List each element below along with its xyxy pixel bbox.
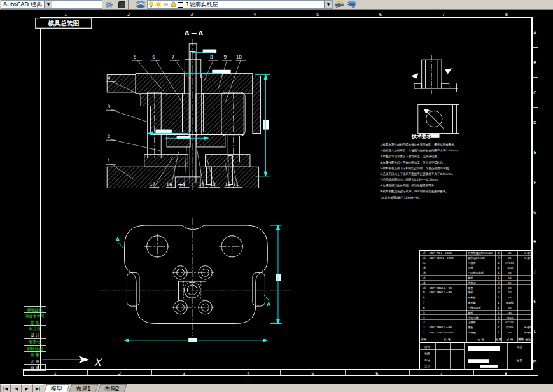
svg-text:垫板: 垫板: [468, 276, 473, 279]
svg-text:17: 17: [422, 251, 426, 255]
plan-section-marker-right: A: [267, 302, 270, 307]
zone-number-top: 1: [64, 12, 67, 17]
svg-text:12: 12: [422, 276, 426, 279]
part-balloon: 9: [224, 54, 227, 60]
svg-text:GB/T 2861.1—90: GB/T 2861.1—90: [429, 291, 452, 294]
svg-text:4: 4: [423, 316, 425, 319]
titleblock-left-label: 工艺: [424, 365, 430, 368]
workspace-combo[interactable]: AutoCAD 经典 ▼: [1, 0, 102, 9]
part-balloon: 3: [108, 104, 111, 109]
part-balloon: 15: [179, 181, 186, 187]
workspace-settings-button[interactable]: [103, 1, 115, 9]
tech-requirement-line: 5.卸料板在上模下行和回程运动时，与各凸模滑动平稳。: [380, 166, 451, 171]
zone-letter-right: D: [533, 120, 536, 125]
drawing-title-box[interactable]: 模具总装图: [36, 18, 92, 29]
bom-row: 5垫板1T8A: [423, 311, 512, 314]
prev-tab-button[interactable]: ◀: [11, 384, 22, 392]
bom-row: 9GB/T 2861.1—90导柱220: [423, 291, 512, 294]
tech-requirements-text: 1.模具各零件材料不得有裂纹夹渣等缺陷，硬度达图样要求。2.凸模压入上模座后，其…: [380, 143, 460, 199]
svg-text:2: 2: [498, 256, 500, 260]
plan-section-marker-left: A: [116, 237, 120, 243]
svg-text:凸凹模固定板: 凸凹模固定板: [468, 271, 484, 274]
svg-text:1: 1: [498, 321, 500, 324]
left-table-row-label: 设 计: [31, 333, 39, 337]
svg-text:导柱: 导柱: [468, 291, 473, 294]
zone-number-top: 5: [316, 12, 319, 17]
next-tab-button[interactable]: ▶: [22, 384, 32, 392]
bom-row: 7橡胶垫1聚氨酯: [423, 301, 514, 305]
part-balloon: 11: [233, 181, 239, 187]
chevron-down-icon[interactable]: ▼: [44, 1, 52, 8]
tech-requirement-line: 9.模具装配后应进行试冲，冲出制件应符合图样要求。: [380, 189, 448, 193]
zone-number-bottom: 5: [311, 371, 314, 376]
svg-text:1: 1: [498, 301, 500, 304]
part-balloon: 10: [236, 54, 242, 60]
svg-text:T10A: T10A: [506, 316, 514, 319]
zone-letter-right: E: [533, 150, 536, 155]
tech-requirement-line: 6.凸模刃口与上下模座平面的平行度误差不大于0.05mm。: [380, 172, 454, 176]
zone-letter-right: H: [533, 239, 536, 244]
tab-model[interactable]: 模型: [44, 384, 70, 392]
drawing-title-label: 模具总装图: [47, 20, 79, 27]
tech-requirement-line: 7.凸凹模间隙均匀，间隙为0.25——0.35mm。: [380, 178, 441, 182]
layer-combo[interactable]: 1轮廓实线层 ▼: [147, 0, 333, 9]
bom-row: 6凸模固定板145: [423, 306, 512, 309]
my-workspace-button[interactable]: [116, 1, 127, 9]
zone-number-bottom: 8: [505, 371, 507, 376]
plan-view-drawing: [99, 218, 292, 336]
svg-text:GB/T 70.1—2000: GB/T 70.1—2000: [429, 251, 452, 255]
layer-previous-button[interactable]: [346, 1, 358, 9]
autocad-window: AutoCAD 经典 ▼ 1轮廓实线层 ▼: [0, 0, 553, 392]
layer-properties-button[interactable]: [135, 1, 146, 9]
svg-text:1: 1: [498, 262, 500, 265]
svg-text:2: 2: [423, 326, 425, 329]
ucs-icon: X: [43, 356, 102, 368]
svg-text:1: 1: [498, 311, 500, 314]
bom-row: 2GB/T 2862.1—90模柄1Q235标准件: [423, 326, 532, 330]
sheet-frame: [23, 10, 538, 376]
bom-row: 10GB/T 2861.6—90导套220: [422, 286, 512, 290]
svg-text:2: 2: [498, 316, 500, 319]
titleblock-right-label: 比例: [517, 346, 522, 349]
left-table-row-label: 重 量: [30, 353, 39, 357]
tech-requirement-line: 8.各紧固螺钉连接牢固，销钉装配紧密可靠。: [380, 183, 437, 188]
tech-requirement-line: 2.凸模压入上模座后，其端面与垫板贴合间隙不大于0.05mm。: [380, 148, 460, 153]
svg-text:凹模: 凹模: [468, 266, 473, 269]
chevron-down-icon[interactable]: ▼: [324, 1, 332, 8]
svg-text:垫板: 垫板: [468, 311, 473, 314]
zone-number-top: 3: [190, 12, 193, 17]
bom-header-cell: 名 称: [477, 338, 484, 342]
svg-text:10: 10: [422, 286, 426, 290]
part-balloon: 1: [108, 158, 111, 164]
make-layer-current-button[interactable]: [333, 1, 345, 9]
svg-text:1: 1: [498, 331, 500, 334]
zone-number-top: 7: [442, 12, 445, 17]
svg-text:T8A: T8A: [507, 311, 512, 314]
bom-header-cell: 备注: [525, 338, 531, 342]
svg-text:8: 8: [423, 296, 425, 299]
svg-text:HT200: HT200: [505, 262, 514, 265]
zone-number-bottom: 2: [118, 371, 121, 376]
svg-text:1: 1: [498, 296, 500, 299]
section-label: A — A: [185, 30, 203, 36]
svg-text:45: 45: [508, 276, 512, 279]
last-tab-button[interactable]: ▶|: [32, 384, 43, 392]
my-workspace-icon: [118, 1, 125, 8]
bom-header-cell: 代 号: [444, 338, 451, 341]
layout-tabbar: |◀ ◀ ▶ ▶| 模型 布局1 布局2: [0, 384, 553, 392]
zone-letter-right: F: [534, 180, 536, 185]
tab-layout1[interactable]: 布局1: [69, 384, 99, 392]
drawing-canvas[interactable]: 1234567812345678ABCDEFGHJKLM 模具总装图 A — A: [0, 9, 553, 384]
zone-letter-right: M: [533, 359, 537, 364]
zone-number-top: 4: [253, 12, 256, 17]
svg-text:T10A: T10A: [506, 266, 514, 269]
first-tab-button[interactable]: |◀: [0, 384, 11, 392]
bom-header-cell: 序号: [421, 338, 427, 341]
left-table-row-label: 标记处数: [27, 307, 43, 312]
zone-number-bottom: 6: [375, 371, 378, 376]
tab-layout2[interactable]: 布局2: [97, 384, 127, 392]
titleblock-right-label: 数量: [517, 359, 522, 362]
bom-row: 3上模座1HT200: [423, 321, 514, 324]
svg-text:标准件: 标准件: [524, 251, 532, 255]
left-table-row-label: 年月日: [29, 326, 41, 332]
